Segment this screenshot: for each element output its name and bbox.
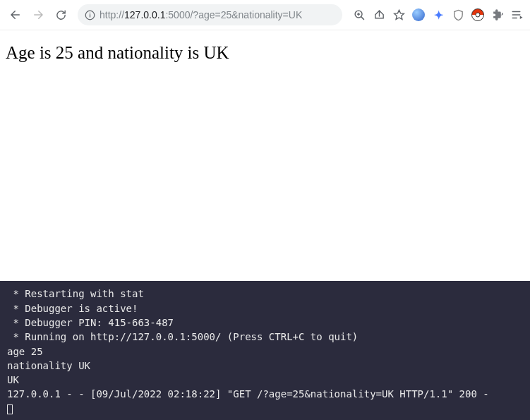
svg-point-2	[90, 12, 91, 13]
page-heading: Age is 25 and nationality is UK	[6, 43, 524, 63]
forward-button[interactable]	[28, 5, 48, 25]
browser-toolbar: http://127.0.0.1:5000/?age=25&nationalit…	[0, 0, 530, 30]
reload-button[interactable]	[51, 5, 71, 25]
site-info-icon[interactable]	[85, 10, 95, 20]
terminal-output: * Restarting with stat * Debugger is act…	[7, 287, 523, 401]
back-button[interactable]	[6, 5, 25, 25]
svg-line-4	[361, 16, 363, 19]
zoom-icon[interactable]	[352, 8, 366, 22]
extension-wave-icon[interactable]: ✦	[431, 8, 445, 22]
playlist-icon[interactable]	[510, 8, 524, 22]
arrow-left-icon	[9, 8, 22, 21]
share-icon[interactable]	[372, 8, 386, 22]
extension-shield-icon[interactable]	[451, 8, 465, 22]
terminal-cursor	[7, 404, 13, 414]
toolbar-actions: ✦	[349, 8, 524, 22]
reload-icon	[55, 9, 67, 21]
url-text: http://127.0.0.1:5000/?age=25&nationalit…	[100, 9, 335, 20]
extension-pokeball-icon[interactable]	[471, 8, 485, 22]
terminal-panel[interactable]: * Restarting with stat * Debugger is act…	[0, 281, 530, 420]
address-bar[interactable]: http://127.0.0.1:5000/?age=25&nationalit…	[78, 4, 342, 25]
extensions-puzzle-icon[interactable]	[490, 8, 505, 22]
bookmark-star-icon[interactable]	[392, 8, 406, 22]
extension-globe-icon[interactable]	[411, 8, 426, 22]
arrow-right-icon	[32, 8, 44, 21]
page-body: Age is 25 and nationality is UK	[0, 30, 530, 281]
